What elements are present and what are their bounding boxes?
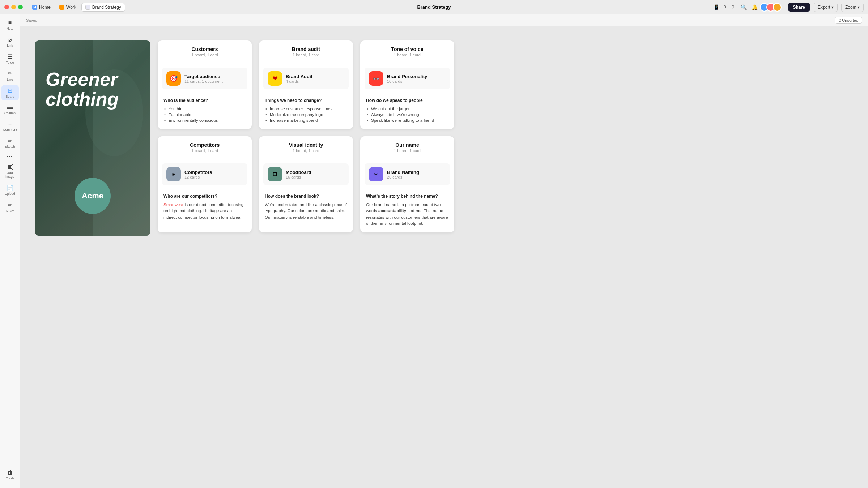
tone-question: How do we speak to people [366, 98, 448, 103]
section-visual-identity[interactable]: Visual identity 1 board, 1 card 🖼 Moodbo… [259, 136, 353, 232]
section-brand-audit[interactable]: Brand audit 1 board, 1 card ❤ Brand Audi… [259, 40, 353, 129]
cover-title: Greener clothing [46, 69, 140, 109]
comment-icon: ≡ [8, 121, 12, 127]
card-brand-audit[interactable]: ❤ Brand Audit 4 cards [263, 68, 349, 89]
search-icon[interactable]: 🔍 [740, 4, 748, 11]
moodboard-icon: 🖼 [268, 167, 282, 181]
tab-home-label: Home [39, 5, 51, 10]
export-button[interactable]: Export ▾ [814, 3, 838, 12]
close-window-button[interactable] [4, 5, 9, 9]
card-competitors-name: Competitors [184, 170, 212, 175]
tool-note-label: Note [7, 27, 13, 30]
smartwear-link[interactable]: Smartwear [163, 202, 184, 207]
section-tone-of-voice-header: Tone of voice 1 board, 1 card [360, 40, 454, 63]
share-button[interactable]: Share [788, 3, 810, 12]
tab-brand-strategy-label: Brand Strategy [92, 5, 121, 10]
add-image-icon: 🖼 [7, 164, 13, 171]
tool-comment[interactable]: ≡ Comment [1, 119, 19, 134]
note-icon: ≡ [8, 20, 12, 26]
card-brand-personality-count: 10 cards [387, 79, 427, 84]
draw-icon: ✏ [8, 201, 12, 208]
help-icon[interactable]: ? [729, 4, 737, 11]
card-brand-naming-count: 26 cards [387, 175, 419, 179]
tool-board[interactable]: ⊞ Board [1, 85, 19, 100]
maximize-window-button[interactable] [18, 5, 23, 9]
brand-audit-question: Things we need to change? [265, 98, 347, 103]
card-target-audience-name: Target audience [184, 74, 223, 79]
visual-text: We're understated and like a classic pie… [265, 202, 347, 221]
competitors-question: Who are our competitors? [163, 194, 246, 199]
tone-bullets: We cut out the jargon Always admit we're… [366, 106, 448, 123]
bullet-item: Modernize the company logo [265, 112, 347, 117]
section-tone-of-voice[interactable]: Tone of voice 1 board, 1 card 👓 Brand Pe… [360, 40, 454, 129]
bullet-item: Fashionable [163, 112, 246, 117]
card-brand-naming-name: Brand Naming [387, 170, 419, 175]
tool-link[interactable]: ⌀ Link [1, 34, 19, 50]
window-controls [4, 5, 23, 9]
section-visual-identity-body: How does the brand look? We're understat… [259, 189, 353, 226]
section-customers-meta: 1 board, 1 card [163, 53, 246, 57]
board-icon: ⊞ [8, 87, 12, 94]
section-our-name[interactable]: Our name 1 board, 1 card ✂ Brand Naming … [360, 136, 454, 232]
card-moodboard[interactable]: 🖼 Moodboard 16 cards [263, 163, 349, 185]
column-icon: ▬ [7, 104, 13, 111]
tool-column[interactable]: ▬ Column [1, 102, 19, 117]
section-competitors[interactable]: Competitors 1 board, 1 card ⊞ Competitor… [158, 136, 252, 232]
tab-home[interactable]: M Home [29, 3, 54, 11]
tool-todo-label: To-do [6, 61, 14, 64]
bell-icon[interactable]: 🔔 [751, 4, 758, 11]
bullet-item: Environmentally conscious [163, 117, 246, 123]
competitors-text: Smartwear is our direct competitor focus… [163, 202, 246, 221]
tool-trash[interactable]: 🗑 Trash [1, 467, 19, 482]
avatar-group [762, 3, 782, 12]
card-brand-naming[interactable]: ✂ Brand Naming 26 cards [365, 163, 450, 185]
link-icon: ⌀ [8, 36, 12, 43]
tool-add-image[interactable]: 🖼 Add image [1, 162, 19, 181]
card-target-audience[interactable]: 🎯 Target audience 11 cards, 1 document [162, 68, 247, 89]
tab-work[interactable]: Work [56, 3, 80, 11]
tab-work-label: Work [66, 5, 76, 10]
card-brand-audit-count: 4 cards [286, 79, 312, 84]
tool-draw[interactable]: ✏ Draw [1, 199, 19, 215]
target-audience-icon: 🎯 [166, 71, 181, 86]
tool-upload[interactable]: 📄 Upload [1, 182, 19, 198]
section-brand-audit-header: Brand audit 1 board, 1 card [259, 40, 353, 63]
tool-add-image-label: Add image [4, 171, 16, 179]
section-competitors-title: Competitors [163, 142, 246, 148]
section-brand-audit-meta: 1 board, 1 card [265, 53, 347, 57]
section-tone-of-voice-body: How do we speak to people We cut out the… [360, 94, 454, 129]
tool-todo[interactable]: ☰ To-do [1, 51, 19, 67]
main-canvas: Greener clothing Acme Customers 1 board,… [20, 26, 868, 488]
board-layout: Greener clothing Acme Customers 1 board,… [35, 40, 854, 236]
tool-more[interactable]: ••• [1, 152, 19, 160]
tool-trash-label: Trash [6, 476, 14, 480]
minimize-window-button[interactable] [11, 5, 16, 9]
avatar-3 [773, 3, 782, 12]
toolbar: ≡ Note ⌀ Link ☰ To-do ✏ Line ⊞ Board ▬ C… [0, 14, 20, 488]
section-tone-of-voice-title: Tone of voice [366, 46, 448, 52]
zoom-button[interactable]: Zoom ▾ [841, 3, 864, 12]
titlebar: M Home Work Brand Strategy Brand Strateg… [0, 0, 868, 14]
tool-sketch[interactable]: ✏ Sketch [1, 135, 19, 151]
brand-naming-icon: ✂ [369, 167, 383, 181]
cover-card: Greener clothing Acme [35, 40, 150, 236]
page-title: Brand Strategy [417, 4, 451, 10]
card-brand-personality[interactable]: 👓 Brand Personality 10 cards [365, 68, 450, 89]
line-icon: ✏ [8, 70, 12, 77]
section-customers-body: Who is the audience? Youthful Fashionabl… [158, 94, 252, 129]
card-competitors[interactable]: ⊞ Competitors 12 cards [162, 163, 247, 185]
tool-upload-label: Upload [5, 192, 15, 196]
todo-icon: ☰ [8, 53, 13, 60]
section-customers[interactable]: Customers 1 board, 1 card 🎯 Target audie… [158, 40, 252, 129]
bullet-item: Always admit we're wrong [366, 112, 448, 117]
tool-comment-label: Comment [3, 128, 17, 132]
card-brand-personality-name: Brand Personality [387, 74, 427, 79]
tool-note[interactable]: ≡ Note [1, 17, 19, 33]
section-competitors-body: Who are our competitors? Smartwear is ou… [158, 189, 252, 226]
bullet-item: Youthful [163, 106, 246, 112]
tab-brand-strategy[interactable]: Brand Strategy [81, 3, 125, 12]
unsorted-button[interactable]: 0 Unsorted [835, 17, 862, 24]
tool-line[interactable]: ✏ Line [1, 68, 19, 84]
saved-bar: Saved 0 Unsorted [0, 14, 868, 26]
section-brand-audit-title: Brand audit [265, 46, 347, 52]
